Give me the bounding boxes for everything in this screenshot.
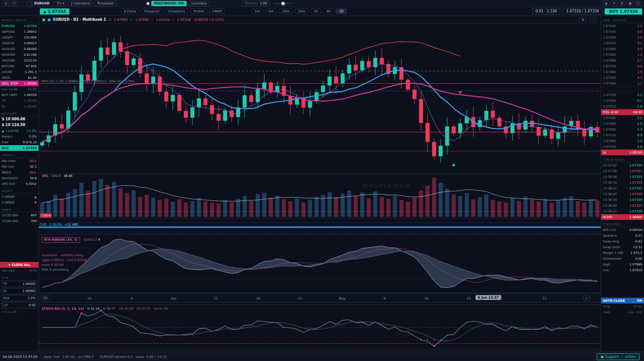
volume-indicator-label[interactable]: VOL SMA 9 48.6K (42, 174, 73, 178)
list-item[interactable]: SL1.09150 (601, 150, 644, 155)
list-item[interactable]: Stochastic34.8 (0, 175, 38, 181)
list-item[interactable]: High1.07680 (601, 261, 644, 267)
list-item[interactable]: 13:36:371.07329 (601, 208, 644, 214)
chart-more-button[interactable]: ⋯ (589, 17, 597, 22)
list-item[interactable]: GBPUSD1.26842 (0, 29, 38, 35)
toolbar-pill[interactable]: Footprint (142, 8, 163, 14)
layout-icon[interactable]: ▣ (627, 1, 633, 6)
list-item[interactable]: XAUUSD2310.55 (0, 58, 38, 63)
cvd-indicator-label[interactable]: CVD · Σ DELTA +12 480 (40, 223, 78, 227)
list-item[interactable]: 1.072802.3 (601, 127, 644, 132)
toolbar-pill[interactable]: Δ Delta (121, 8, 139, 14)
list-item[interactable]: BTCUSD67 845 (0, 63, 38, 69)
list-item[interactable]: TP1.08500 (1, 281, 37, 287)
toolbar-pill[interactable]: 4h (323, 8, 334, 14)
list-item[interactable]: 1.073601.9 (601, 69, 644, 75)
list-item[interactable]: 1.073101.8 (601, 104, 644, 109)
list-item[interactable]: Swap short+0.31 (601, 244, 644, 250)
list-item[interactable]: Feedlive · tick (601, 309, 644, 315)
list-item[interactable]: 13:37:021.07334 (601, 162, 644, 168)
toolbar-pill[interactable]: 1h (310, 8, 321, 14)
list-item[interactable]: Commission0.00 (601, 256, 644, 261)
list-item[interactable]: BUY LIMIT1.06550 (0, 92, 38, 98)
list-item[interactable]: ATR (14)0.00520 (601, 227, 644, 233)
list-item[interactable]: 13:36:511.07332 (601, 185, 644, 191)
list-item[interactable]: 13:30 USDNFP (0, 212, 38, 218)
toolbar-pill[interactable]: Profile (190, 8, 207, 14)
record-icon[interactable]: ● (146, 1, 150, 5)
multibook-toggle-button[interactable]: MULTIBOOK: ON (151, 1, 187, 6)
list-item[interactable]: 1.072901.0 (601, 121, 644, 127)
list-item[interactable]: 1.074201.6 (601, 35, 644, 40)
toolbar-pill[interactable]: 5m (265, 8, 277, 14)
list-item[interactable]: 13:36:471.07328 (601, 191, 644, 197)
list-item[interactable]: 1.073802.7 (601, 58, 644, 63)
toolbar-pill[interactable]: VWAP (209, 8, 225, 14)
refresh-icon[interactable]: ↻ (11, 1, 18, 6)
list-item[interactable]: ATR (14)0.0052 (0, 181, 38, 187)
list-item[interactable]: USDJPY155.804 (0, 35, 38, 40)
list-item[interactable]: 13:36:581.07333 (601, 174, 644, 180)
list-item[interactable]: MA crossSELL (0, 158, 38, 164)
list-item[interactable]: TP1.09200 (0, 98, 38, 104)
list-item[interactable]: Margin 1:1001 073.3 (601, 250, 644, 256)
list-item[interactable]: v 4.2.118 (0, 309, 38, 315)
list-item[interactable]: 1.073401.1 (601, 81, 644, 86)
list-item[interactable]: SL1.06100 (0, 104, 38, 109)
lot-leverage-box[interactable]: 0.01 · 1:100 (532, 8, 561, 15)
support-chat-button[interactable]: ● Support — online (597, 353, 640, 360)
list-item[interactable]: Low1.07010 (601, 267, 644, 273)
toolbar-pill[interactable]: 15m (279, 8, 293, 14)
list-item[interactable]: Risk1.2% (1, 295, 37, 301)
list-item[interactable]: SL1.06900 (1, 288, 37, 294)
camera-icon[interactable]: ◉ (603, 1, 610, 6)
list-item[interactable]: NZDUSD0.61188 (0, 52, 38, 58)
delta-alert-tag[interactable]: -116.4 (40, 213, 52, 218)
list-item[interactable]: 1.08500▲ (0, 194, 38, 200)
list-item[interactable]: 1.072502.8 (601, 144, 644, 150)
list-item[interactable]: MACDSELL (0, 169, 38, 175)
list-item[interactable]: USDCHF0.89915 (0, 40, 38, 46)
alerts-icon[interactable]: ✦ (611, 1, 617, 6)
list-item[interactable]: 13:36:401.07325 (601, 203, 644, 208)
slider-knob[interactable] (281, 2, 285, 5)
band-indicator-labels[interactable]: ATR RIBBON (34, 5) -0.00213 ▼ expansion … (42, 237, 100, 272)
indicators-button[interactable]: ƒ Indicators (69, 1, 92, 6)
amount-field[interactable]: Amount 1.00 (242, 1, 270, 6)
axis-button[interactable]: » (583, 295, 590, 301)
settings-icon[interactable]: ⚙ (619, 1, 625, 6)
buy-button[interactable]: BUY 1.07334 (605, 8, 642, 15)
list-item[interactable]: 1.072700.9 (601, 132, 644, 138)
list-item[interactable]: 1.074000.9 (601, 46, 644, 52)
current-time-box[interactable]: 4 Jun 13:37 (475, 295, 501, 300)
list-item[interactable]: 1.072601.4 (601, 138, 644, 144)
list-item[interactable]: 1.074402.4 (601, 23, 644, 29)
list-item[interactable]: US5005 291.3 (0, 69, 38, 75)
bid-ask-box[interactable]: 1.07310 / 1.07334 (563, 8, 602, 15)
axis-button[interactable]: D1 (41, 295, 50, 301)
list-item[interactable]: BUY1.07334 (0, 145, 38, 151)
time-axis[interactable]: D1264Apr111825May916234 Jun 13:3711» (39, 293, 601, 303)
list-item[interactable]: Lot0.50 (1, 302, 37, 308)
list-item[interactable]: Swap long-0.82 (601, 238, 644, 244)
list-item[interactable]: 1.074103.1 (601, 40, 644, 46)
list-item[interactable]: RSI (14)42.1 (0, 164, 38, 169)
timeframe-select[interactable]: D1 ▾ (54, 1, 67, 6)
list-item[interactable]: last deal-8.40 (0, 268, 38, 273)
toolbar-pill[interactable]: 1m (252, 8, 263, 14)
list-item[interactable]: 1.073504.2 (601, 75, 644, 81)
list-item[interactable]: 13:37:001.07331 (601, 168, 644, 174)
toolbar-pill[interactable]: 1D (336, 8, 347, 14)
list-item[interactable]: UKOIL81.44 (0, 75, 38, 81)
oscillator-label[interactable]: STOCH RSI (3, 3, 14, 14) K 42.18 D 38.77… (42, 307, 168, 311)
list-item[interactable]: AUTO-CLOSEON (601, 298, 644, 303)
list-item[interactable]: EURUSD1.07334 (0, 23, 38, 29)
list-item[interactable]: 1.073901.2 (601, 52, 644, 58)
amount-slider[interactable] (274, 3, 293, 4)
symbol-search[interactable]: ○ EURUSD (27, 1, 52, 6)
list-item[interactable]: 1.073700.6 (601, 63, 644, 69)
toolbar-pill[interactable]: 30m (295, 8, 309, 14)
list-item[interactable]: ▲ +124.50+1.2% (0, 128, 38, 134)
list-item[interactable]: $ 10 000.00 (0, 116, 38, 122)
list-item[interactable]: 1.073302.2 (601, 92, 644, 98)
